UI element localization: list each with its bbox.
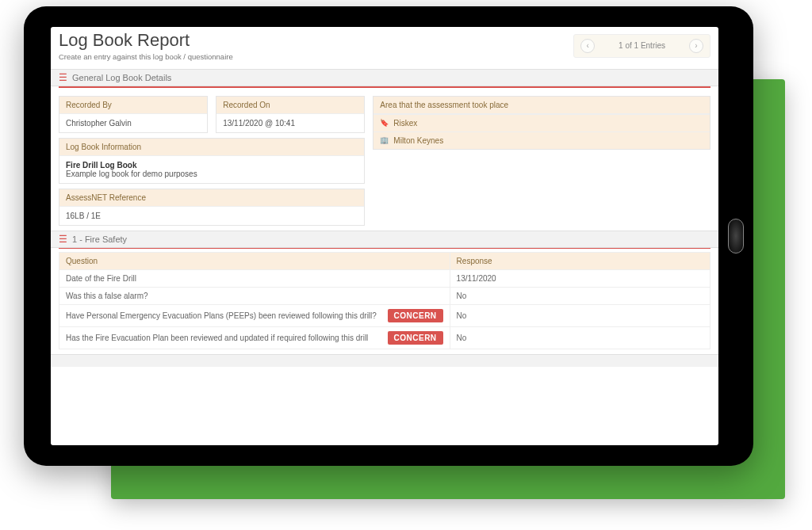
concern-badge: CONCERN [388,309,443,322]
table-row: Have Personal Emergency Evacuation Plans… [59,305,710,327]
reference-value: 16LB / 1E [59,207,364,225]
logbook-desc: Example log book for demo purposes [66,170,197,178]
question-text: Have Personal Emergency Evacuation Plans… [66,311,381,320]
reference-label: AssessNET Reference [59,189,364,207]
reference-card: AssessNET Reference 16LB / 1E [59,189,365,226]
page-header: Log Book Report Create an entry against … [51,27,718,64]
app-screen: Log Book Report Create an entry against … [51,27,718,445]
area-item-label: Riskex [393,119,417,128]
bookmark-icon: 🔖 [380,119,389,127]
questions-table: Question Response Date of the Fire Drill… [59,252,710,349]
question-text: Has the Fire Evacuation Plan been review… [66,334,381,342]
area-item-label: Milton Keynes [393,136,443,145]
section-divider [59,248,710,250]
page-title: Log Book Report [59,30,573,51]
tablet-frame: Log Book Report Create an entry against … [24,6,753,466]
section-general-details: ☰ General Log Book Details [51,69,718,86]
footer-bar [51,354,718,367]
question-text: Date of the Fire Drill [66,274,443,283]
list-icon: ☰ [59,73,67,82]
table-row: Was this a false alarm?No [59,288,710,305]
table-row: Date of the Fire Drill13/11/2020 [59,270,710,288]
area-item[interactable]: 🏢 Milton Keynes [373,132,710,149]
recorded-by-card: Recorded By Christopher Galvin [59,96,208,133]
response-cell: 13/11/2020 [450,270,710,288]
question-cell: Was this a false alarm? [59,288,450,305]
recorded-by-value: Christopher Galvin [59,114,207,132]
recorded-on-value: 13/11/2020 @ 10:41 [216,114,364,132]
question-cell: Have Personal Emergency Evacuation Plans… [59,305,450,327]
page-subtitle: Create an entry against this log book / … [59,52,573,61]
col-question: Question [59,253,450,270]
list-icon: ☰ [59,234,67,244]
building-icon: 🏢 [380,136,389,144]
question-cell: Date of the Fire Drill [59,270,450,288]
area-label: Area that the assessment took place [373,97,710,114]
area-card: Area that the assessment took place [373,96,710,114]
section-title: 1 - Fire Safety [72,234,127,244]
section-title: General Log Book Details [72,73,171,82]
recorded-on-label: Recorded On [216,97,364,114]
section-fire-safety: ☰ 1 - Fire Safety [51,231,718,248]
response-cell: No [450,327,710,349]
area-list: 🔖 Riskex 🏢 Milton Keynes [373,114,710,150]
pager-count: 1 of 1 Entries [619,41,665,50]
question-cell: Has the Fire Evacuation Plan been review… [59,327,450,349]
concern-badge: CONCERN [388,331,443,345]
response-cell: No [450,288,710,305]
logbook-name: Fire Drill Log Book [66,161,136,170]
area-item[interactable]: 🔖 Riskex [373,114,710,132]
col-response: Response [450,253,710,270]
section-divider [59,86,710,88]
pager-next-button[interactable]: › [689,39,703,53]
recorded-on-card: Recorded On 13/11/2020 @ 10:41 [216,96,365,133]
details-grid: Recorded By Christopher Galvin Recorded … [51,91,718,226]
recorded-by-label: Recorded By [59,97,207,114]
response-cell: No [450,305,710,327]
tablet-home-button[interactable] [728,219,744,254]
pager-prev-button[interactable]: ‹ [580,39,595,53]
table-row: Has the Fire Evacuation Plan been review… [59,327,710,349]
question-text: Was this a false alarm? [66,292,443,300]
logbook-info-label: Log Book Information [59,139,364,156]
entry-pager: ‹ 1 of 1 Entries › [573,34,710,58]
logbook-info-card: Log Book Information Fire Drill Log Book… [59,138,365,184]
